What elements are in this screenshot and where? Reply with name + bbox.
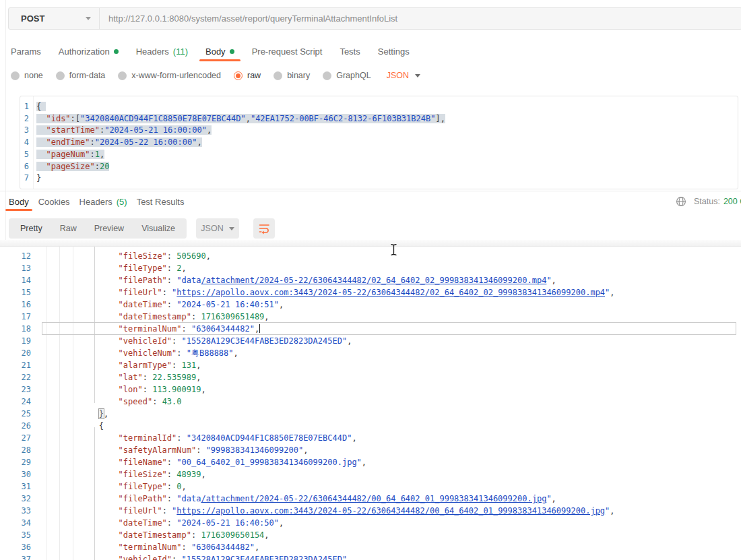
view-preview[interactable]: Preview	[94, 224, 124, 233]
tab-body[interactable]: Body	[205, 46, 234, 57]
response-code-line: "vehicleNum": "粤B88888",	[40, 347, 238, 359]
code-token: "fileUrl"	[119, 288, 162, 297]
globe-icon[interactable]	[676, 196, 686, 207]
view-raw[interactable]: Raw	[60, 224, 77, 233]
code-token: ,	[264, 530, 269, 540]
tab-count-badge: (5)	[117, 197, 127, 207]
body-mode-x-www-form-urlencoded[interactable]: x-www-form-urlencoded	[118, 71, 221, 80]
tab-label: Tests	[340, 46, 360, 57]
response-tab-headers[interactable]: Headers(5)	[79, 197, 127, 207]
code-token: "fileName"	[119, 458, 167, 467]
line-number: 13	[0, 262, 31, 274]
view-visualize[interactable]: Visualize	[141, 224, 175, 233]
response-body-editor[interactable]: 12 "fileSize": 505690,13 "fileType": 2,1…	[0, 247, 741, 560]
response-code-line: "filePath": "data/attachment/2024-05-22/…	[40, 274, 556, 286]
body-mode-none[interactable]: none	[11, 71, 43, 80]
view-pretty[interactable]: Pretty	[20, 224, 42, 233]
mode-label: form-data	[69, 71, 106, 80]
code-token: :	[167, 494, 176, 503]
code-token: "vehicleNum"	[119, 348, 177, 358]
response-code-line: "filePath": "data/attachment/2024-05-22/…	[40, 493, 556, 505]
code-token	[36, 137, 46, 147]
code-token: }	[99, 409, 104, 418]
code-token: "lon"	[119, 385, 143, 394]
code-token: "2024-05-21 16:00:00"	[104, 125, 207, 135]
tab-label: Pre-request Script	[252, 46, 323, 57]
code-token: ,	[255, 542, 259, 552]
response-tab-cookies[interactable]: Cookies	[38, 197, 70, 207]
mode-label: GraphQL	[336, 71, 370, 80]
code-token: "fileType"	[119, 482, 167, 491]
code-token: "63064344482"	[191, 542, 255, 552]
mode-label: none	[24, 71, 43, 80]
response-tab-test-results[interactable]: Test Results	[137, 197, 185, 207]
code-token: "	[546, 494, 551, 503]
code-token: 131	[182, 361, 197, 370]
request-body-editor[interactable]: 1{2 "ids":["3420840ACD944F1C8850E78E07EB…	[20, 96, 738, 189]
url-input[interactable]: http://127.0.0.1:8080/system/asset/repor…	[100, 13, 397, 24]
tab-pre-request-script[interactable]: Pre-request Script	[252, 46, 323, 57]
code-token	[40, 470, 119, 479]
code-token: :	[90, 150, 94, 159]
code-token: :	[167, 482, 176, 491]
code-token: "dateTime"	[119, 518, 167, 528]
code-token: :	[143, 373, 152, 382]
code-token: ,	[201, 385, 205, 394]
radio-icon	[118, 71, 127, 80]
response-language-label: JSON	[201, 224, 223, 233]
tab-tests[interactable]: Tests	[340, 46, 360, 57]
text-selection: "pageNum":1,	[36, 150, 104, 159]
code-token: "2024-05-21 16:40:50"	[176, 518, 279, 528]
link-text[interactable]: /attachment/2024-05-22/63064344482/02_64…	[201, 276, 546, 285]
request-code-line: {	[36, 100, 46, 113]
body-mode-binary[interactable]: binary	[273, 71, 310, 80]
tab-label: Body	[205, 46, 226, 57]
link-text[interactable]: /attachment/2024-05-22/63064344482/00_64…	[201, 494, 546, 503]
response-code-line: "fileUrl": "https://apollo.aovx.com:3443…	[40, 286, 615, 299]
code-token: "terminalId"	[119, 433, 177, 443]
code-token	[40, 288, 119, 297]
line-number: 25	[0, 408, 31, 420]
code-token: :	[167, 518, 176, 528]
code-token: "2024-05-21 16:40:51"	[176, 300, 279, 309]
code-token	[36, 162, 46, 171]
code-token: "ids"	[46, 114, 70, 123]
line-number: 29	[0, 456, 31, 468]
request-language-select[interactable]: JSON	[387, 71, 420, 80]
tab-settings[interactable]: Settings	[378, 46, 410, 57]
code-token	[40, 276, 119, 285]
code-token: :	[167, 251, 176, 261]
text-selection: "startTime":"2024-05-21 16:00:00",	[36, 125, 212, 135]
mode-label: binary	[287, 71, 310, 80]
request-code-line: "ids":["3420840ACD944F1C8850E78E07EBC44D…	[36, 113, 445, 125]
code-token: ,	[104, 409, 108, 418]
response-tab-body[interactable]: Body	[9, 197, 29, 207]
body-mode-graphql[interactable]: GraphQL	[323, 71, 370, 80]
link-text[interactable]: https://apollo.aovx.com:3443/2024-05-22/…	[176, 506, 605, 516]
response-code-line: "dateTimestamp": 1716309650154,	[40, 529, 269, 541]
body-mode-form-data[interactable]: form-data	[56, 71, 106, 80]
code-token: "startTime"	[46, 125, 99, 135]
status-badge: 200 OK	[723, 197, 741, 206]
code-token: 1716309650154	[201, 530, 264, 540]
code-token: "63064344482"	[191, 324, 255, 334]
code-token: "fileType"	[119, 263, 167, 273]
body-mode-raw[interactable]: raw	[234, 71, 261, 80]
code-token: "粤B88888"	[187, 348, 234, 358]
line-number: 36	[0, 541, 31, 553]
tab-headers[interactable]: Headers(11)	[136, 46, 188, 57]
code-token	[40, 542, 119, 552]
code-token	[40, 312, 119, 321]
line-number: 18	[0, 323, 31, 335]
tab-params[interactable]: Params	[11, 46, 41, 57]
method-select[interactable]: POST	[9, 13, 99, 24]
wrap-text-button[interactable]	[253, 218, 275, 239]
tab-label: Test Results	[137, 197, 185, 207]
code-token: :[	[71, 114, 80, 123]
link-text[interactable]: https://apollo.aovx.com:3443/2024-05-22/…	[176, 288, 605, 297]
code-token: :	[196, 445, 205, 455]
response-language-select[interactable]: JSON	[196, 218, 239, 239]
request-code-line: "pageSize":20	[36, 160, 109, 173]
response-code-line: "terminalNum": "63064344482",	[40, 541, 259, 553]
tab-authorization[interactable]: Authorization	[59, 46, 119, 57]
